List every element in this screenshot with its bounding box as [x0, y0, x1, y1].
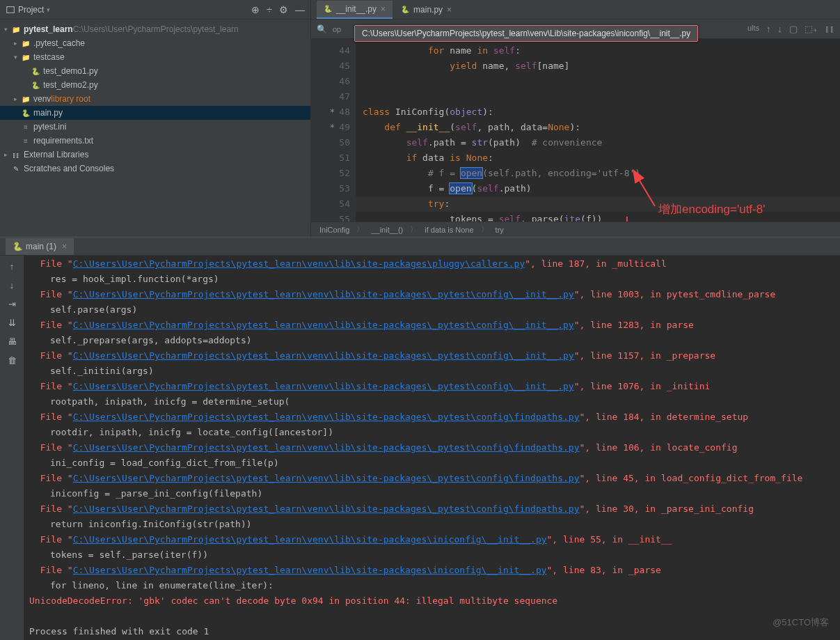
- next-icon[interactable]: ↓: [778, 24, 783, 34]
- tree-item[interactable]: ▸⫿⫿External Libraries: [0, 148, 310, 162]
- breadcrumb-item[interactable]: __init__(): [371, 226, 403, 234]
- breadcrumb-item[interactable]: try: [496, 226, 504, 234]
- wrap-icon[interactable]: ⇥: [8, 299, 16, 309]
- run-tab-main[interactable]: 🐍 main (1) ×: [6, 238, 74, 255]
- project-title[interactable]: Project ▾: [6, 5, 50, 15]
- traceback-link[interactable]: C:\Users\User\PycharmProjects\pytest_lea…: [73, 442, 580, 453]
- tree-item[interactable]: ▾📁pytest_learn C:\Users\User\PycharmProj…: [0, 22, 310, 36]
- down-icon[interactable]: ↓: [10, 280, 15, 290]
- line-gutter: 44454647*48*49505152535455: [311, 39, 356, 221]
- project-icon: [6, 5, 15, 15]
- editor-pane: 🐍__init__.py×🐍main.py× 🔍 op ults ↑ ↓ ▢ ⬚…: [311, 0, 840, 237]
- project-sidebar: Project ▾ ⊕ ÷ ⚙ — ▾📁pytest_learn C:\User…: [0, 0, 311, 237]
- file-tree[interactable]: ▾📁pytest_learn C:\Users\User\PycharmProj…: [0, 19, 310, 237]
- traceback-link[interactable]: C:\Users\User\PycharmProjects\pytest_lea…: [73, 412, 580, 422]
- close-icon[interactable]: ×: [447, 5, 452, 15]
- tree-item[interactable]: ▸📁.pytest_cache: [0, 36, 310, 50]
- code-area[interactable]: 44454647*48*49505152535455 增加encoding='u…: [311, 39, 840, 221]
- run-tabs: 🐍 main (1) ×: [0, 237, 840, 256]
- tree-item[interactable]: ≡requirements.txt: [0, 134, 310, 148]
- tree-item[interactable]: 🐍test_demo1.py: [0, 64, 310, 78]
- tree-item[interactable]: ✎Scratches and Consoles: [0, 162, 310, 175]
- traceback-link[interactable]: C:\Users\User\PycharmProjects\pytest_lea…: [73, 289, 574, 299]
- tree-item[interactable]: ≡pytest.ini: [0, 120, 310, 134]
- tree-item[interactable]: ▸📁venv library root: [0, 92, 310, 106]
- path-tooltip: C:\Users\User\PycharmProjects\pytest_lea…: [354, 25, 698, 42]
- gear-icon[interactable]: ⚙: [279, 4, 288, 15]
- code-lines[interactable]: 增加encoding='utf-8' for name in self: yie…: [356, 39, 840, 221]
- traceback-link[interactable]: C:\Users\User\PycharmProjects\pytest_lea…: [73, 381, 574, 391]
- tree-item[interactable]: 🐍test_demo2.py: [0, 78, 310, 92]
- search-label: op: [333, 25, 341, 33]
- add-selection-icon[interactable]: ⬚₊: [805, 24, 818, 34]
- sidebar-header: Project ▾ ⊕ ÷ ⚙ —: [0, 0, 310, 19]
- python-icon: 🐍: [13, 242, 23, 251]
- run-panel: 🐍 main (1) × ↑ ↓ ⇥ ⇊ 🖶 🗑 File "C:\Users\…: [0, 237, 840, 640]
- editor-tab[interactable]: 🐍__init__.py×: [317, 1, 393, 19]
- scroll-icon[interactable]: ⇊: [8, 318, 16, 328]
- up-icon[interactable]: ↑: [10, 261, 15, 272]
- target-icon[interactable]: ⊕: [251, 4, 260, 15]
- select-all-icon[interactable]: ▢: [789, 24, 798, 34]
- traceback-link[interactable]: C:\Users\User\PycharmProjects\pytest_lea…: [73, 534, 547, 545]
- traceback-link[interactable]: C:\Users\User\PycharmProjects\pytest_lea…: [73, 320, 574, 330]
- watermark: @51CTO博客: [772, 616, 829, 629]
- sidebar-title-text: Project: [18, 5, 44, 15]
- chevron-down-icon: ▾: [47, 6, 50, 13]
- console-toolbar: ↑ ↓ ⇥ ⇊ 🖶 🗑: [0, 256, 24, 640]
- traceback-link[interactable]: C:\Users\User\PycharmProjects\pytest_lea…: [73, 565, 547, 575]
- print-icon[interactable]: 🖶: [8, 336, 17, 347]
- filter-icon[interactable]: ⫿⫿: [825, 24, 834, 34]
- breadcrumb-item[interactable]: if data is None: [425, 226, 473, 234]
- results-label: ults: [747, 24, 759, 34]
- close-icon[interactable]: ×: [381, 4, 386, 14]
- tree-item[interactable]: 🐍main.py: [0, 106, 310, 120]
- collapse-icon[interactable]: ÷: [267, 4, 272, 15]
- trash-icon[interactable]: 🗑: [8, 355, 17, 366]
- svg-rect-0: [7, 6, 15, 13]
- hide-icon[interactable]: —: [295, 4, 305, 15]
- editor-tabs: 🐍__init__.py×🐍main.py×: [311, 0, 840, 19]
- search-icon[interactable]: 🔍: [317, 24, 327, 34]
- breadcrumb[interactable]: IniConfig〉__init__()〉if data is None〉try: [311, 221, 840, 237]
- tree-item[interactable]: ▾📁testcase: [0, 50, 310, 64]
- traceback-link[interactable]: C:\Users\User\PycharmProjects\pytest_lea…: [73, 473, 580, 483]
- editor-tab[interactable]: 🐍main.py×: [394, 1, 459, 19]
- traceback-link[interactable]: C:\Users\User\PycharmProjects\pytest_lea…: [73, 350, 574, 361]
- console-output[interactable]: File "C:\Users\User\PycharmProjects\pyte…: [24, 256, 840, 640]
- traceback-link[interactable]: C:\Users\User\PycharmProjects\pytest_lea…: [73, 504, 580, 514]
- prev-icon[interactable]: ↑: [766, 24, 771, 34]
- traceback-link[interactable]: C:\Users\User\PycharmProjects\pytest_lea…: [73, 258, 525, 269]
- run-tab-label: main (1): [26, 242, 56, 251]
- close-icon[interactable]: ×: [62, 242, 67, 251]
- breadcrumb-item[interactable]: IniConfig: [319, 226, 349, 234]
